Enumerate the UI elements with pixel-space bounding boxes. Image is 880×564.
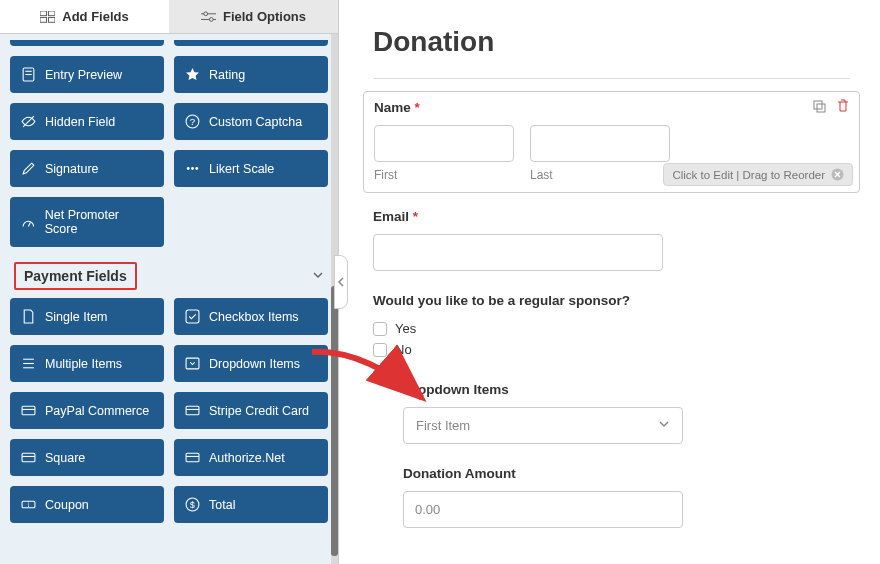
section-payment-fields[interactable]: Payment Fields [10,251,328,298]
field-hidden-field[interactable]: Hidden Field [10,103,164,140]
dots-icon [185,161,200,176]
field-custom-captcha[interactable]: ?Custom Captcha [174,103,328,140]
svg-rect-27 [22,453,35,462]
tab-add-fields[interactable]: Add Fields [0,0,169,33]
svg-rect-25 [186,406,199,415]
form-preview: Donation Name * First Last Click to Edit… [339,0,880,564]
required-indicator: * [415,100,420,115]
checkbox-label: No [395,342,412,357]
svg-rect-18 [186,310,199,323]
fancy-fields-grid: Entry Preview Rating Hidden Field ?Custo… [10,40,328,247]
star-icon [185,67,200,82]
field-rating[interactable]: Rating [174,56,328,93]
card-icon [21,450,36,465]
svg-point-7 [209,18,213,22]
field-dropdown-items[interactable]: Dropdown Items [174,345,328,382]
field-name[interactable]: Name * First Last Click to Edit | Drag t… [363,91,860,193]
field-label: Checkbox Items [209,310,299,324]
field-label: Total [209,498,235,512]
field-button[interactable] [174,40,328,46]
field-label: Entry Preview [45,68,122,82]
field-label: Net Promoter Score [45,208,153,236]
field-net-promoter-score[interactable]: Net Promoter Score [10,197,164,247]
field-button[interactable] [10,40,164,46]
donation-label: Donation Amount [403,466,850,481]
card-icon [185,450,200,465]
field-signature[interactable]: Signature [10,150,164,187]
email-label: Email * [373,209,850,224]
checkbox-icon [373,322,387,336]
field-email[interactable]: Email * [373,209,850,271]
checkbox-yes[interactable]: Yes [373,318,850,339]
dropdown-select[interactable]: First Item [403,407,683,444]
fields-panel: Entry Preview Rating Hidden Field ?Custo… [0,34,338,564]
card-icon [185,403,200,418]
chevron-down-icon [658,418,670,433]
field-label: Dropdown Items [209,357,300,371]
checkbox-no[interactable]: No [373,339,850,360]
first-sublabel: First [374,168,514,182]
payment-fields-grid: Single Item Checkbox Items Multiple Item… [10,298,328,523]
edit-hint: Click to Edit | Drag to Reorder [663,163,853,186]
email-input[interactable] [373,234,663,271]
field-label: Rating [209,68,245,82]
svg-line-17 [28,222,30,226]
scrollbar-thumb[interactable] [331,286,338,556]
last-name-input[interactable] [530,125,670,162]
field-sponsor[interactable]: Would you like to be a regular sponsor? … [373,293,850,360]
field-label: Single Item [45,310,108,324]
form-title: Donation [373,26,850,58]
svg-rect-2 [40,18,47,23]
field-authorize-net[interactable]: Authorize.Net [174,439,328,476]
svg-point-14 [187,167,190,170]
gauge-icon [21,215,36,230]
sidebar: Add Fields Field Options Entry Preview R… [0,0,339,564]
field-label: Coupon [45,498,89,512]
field-total[interactable]: $Total [174,486,328,523]
required-indicator: * [413,209,418,224]
tab-field-options[interactable]: Field Options [169,0,338,33]
field-donation-amount[interactable]: Donation Amount [403,466,850,528]
field-paypal-commerce[interactable]: PayPal Commerce [10,392,164,429]
sliders-icon [201,11,216,23]
pencil-icon [21,161,36,176]
field-coupon[interactable]: Coupon [10,486,164,523]
collapse-sidebar-button[interactable] [334,255,348,309]
field-dropdown-items[interactable]: Dropdown Items First Item [403,382,850,444]
donation-input[interactable] [403,491,683,528]
checkbox-icon [373,343,387,357]
checkbox-label: Yes [395,321,416,336]
first-name-input[interactable] [374,125,514,162]
field-label: Hidden Field [45,115,115,129]
field-actions [811,98,851,114]
svg-rect-29 [186,453,199,462]
duplicate-icon[interactable] [811,98,827,114]
field-likert-scale[interactable]: Likert Scale [174,150,328,187]
grid-icon [40,11,55,23]
field-label: Authorize.Net [209,451,285,465]
close-icon[interactable] [831,168,844,181]
svg-rect-36 [817,104,825,112]
field-single-item[interactable]: Single Item [10,298,164,335]
field-label: Square [45,451,85,465]
section-title: Payment Fields [14,262,137,290]
field-checkbox-items[interactable]: Checkbox Items [174,298,328,335]
field-label: Stripe Credit Card [209,404,309,418]
svg-rect-3 [49,18,56,23]
sidebar-tabs: Add Fields Field Options [0,0,338,34]
field-entry-preview[interactable]: Entry Preview [10,56,164,93]
svg-rect-35 [814,101,822,109]
svg-text:$: $ [190,500,195,510]
field-label: Likert Scale [209,162,274,176]
field-label: Custom Captcha [209,115,302,129]
check-icon [185,309,200,324]
field-stripe-credit-card[interactable]: Stripe Credit Card [174,392,328,429]
field-square[interactable]: Square [10,439,164,476]
field-multiple-items[interactable]: Multiple Items [10,345,164,382]
divider [373,78,850,79]
trash-icon[interactable] [835,98,851,114]
chevron-left-icon [337,277,345,287]
sum-icon: $ [185,497,200,512]
svg-point-5 [204,12,208,16]
svg-rect-23 [22,406,35,415]
